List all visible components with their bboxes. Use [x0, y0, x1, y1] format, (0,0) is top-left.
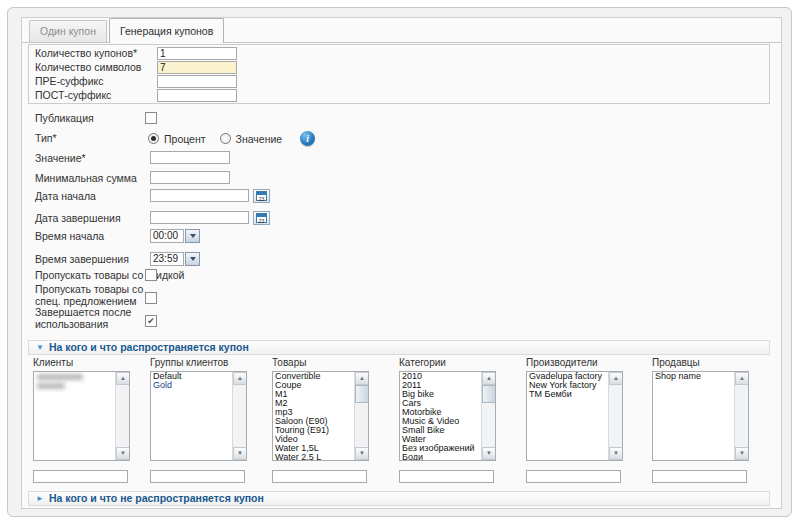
excludes-section-title: На кого и что не распространяется купон — [49, 492, 264, 504]
customer_groups-label: Группы клиентов — [150, 357, 228, 368]
skip_discount-checkbox[interactable] — [145, 269, 157, 281]
pre_suffix-input[interactable] — [157, 75, 237, 88]
list-item[interactable]: Shop name — [653, 372, 734, 381]
manufacturers-label: Производители — [526, 357, 598, 368]
char_count-input[interactable] — [157, 61, 237, 74]
scroll-up-icon[interactable]: ▲ — [355, 372, 369, 385]
manufacturers-scrollbar: ▲▼ — [608, 372, 622, 460]
end_date-calendar-button[interactable]: 23 — [253, 211, 270, 225]
end_time-value: 23:59 — [150, 252, 184, 266]
coupon-generator-page: Один купон Генерация купонов Количество … — [0, 0, 800, 525]
manufacturers-options: Gvadelupa factoryNew York factoryТМ Бемб… — [527, 372, 608, 460]
scroll-down-icon[interactable]: ▼ — [482, 447, 496, 460]
list-item[interactable]: Боди — [400, 453, 481, 460]
scrollbar-thumb[interactable] — [355, 385, 369, 403]
list-item-blurred[interactable] — [37, 374, 83, 380]
info-icon[interactable]: i — [300, 131, 315, 146]
list-item[interactable]: Gold — [151, 381, 232, 390]
generator-fieldset: Количество купонов*Количество символовПР… — [28, 44, 770, 104]
calendar-icon: 23 — [256, 191, 267, 201]
start_time-label: Время начала — [35, 231, 165, 243]
manufacturers-list[interactable]: Gvadelupa factoryNew York factoryТМ Бемб… — [526, 371, 623, 461]
products-list[interactable]: ConvertibleCoupeM1M2mp3Saloon (E90)Touri… — [272, 371, 369, 461]
dropdown-arrow-icon[interactable] — [185, 252, 200, 266]
scroll-down-icon[interactable]: ▼ — [735, 447, 749, 460]
dropdown-arrow-icon[interactable] — [185, 229, 200, 243]
scroll-down-icon[interactable]: ▼ — [355, 447, 369, 460]
categories-options: 20102011Big bikeCarsMotorbikeMusic & Vid… — [400, 372, 481, 460]
start_date-input[interactable] — [150, 189, 249, 202]
min_amount-label: Минимальная сумма — [35, 173, 165, 185]
pre_suffix-label: ПРЕ-суффикс — [35, 75, 104, 88]
calendar-icon: 23 — [256, 213, 267, 223]
customer_groups-scrollbar: ▲▼ — [232, 372, 246, 460]
scroll-up-icon[interactable]: ▲ — [735, 372, 749, 385]
customer_groups-list[interactable]: DefaultGold▲▼ — [150, 371, 247, 461]
manufacturers-filter-input[interactable] — [526, 470, 621, 483]
start_time-select[interactable]: 00:00 — [150, 229, 200, 243]
post_suffix-input[interactable] — [157, 89, 237, 102]
radio-label-Процент: Процент — [164, 133, 206, 145]
customer_groups-options: DefaultGold — [151, 372, 232, 460]
scrollbar-thumb[interactable] — [482, 385, 496, 403]
post_suffix-label: ПОСТ-суффикс — [35, 89, 111, 102]
tab-generate-coupons[interactable]: Генерация купонов — [109, 18, 224, 43]
end_date-input[interactable] — [150, 211, 249, 224]
scroll-up-icon[interactable]: ▲ — [116, 372, 130, 385]
collapse-arrow-icon: ▼ — [36, 343, 44, 352]
tab-single-coupon[interactable]: Один купон — [29, 20, 107, 42]
scroll-down-icon[interactable]: ▼ — [233, 447, 247, 460]
min_amount-input[interactable] — [150, 171, 230, 184]
scroll-down-icon[interactable]: ▼ — [609, 447, 623, 460]
customer_groups-filter-input[interactable] — [150, 470, 245, 483]
calendar-day: 23 — [257, 214, 266, 224]
publish-checkbox[interactable] — [145, 112, 157, 124]
vendors-label: Продавцы — [652, 357, 700, 368]
radio-Процент[interactable] — [148, 133, 159, 144]
categories-list[interactable]: 20102011Big bikeCarsMotorbikeMusic & Vid… — [399, 371, 496, 461]
clients-options — [34, 372, 115, 460]
clients-filter-input[interactable] — [33, 470, 128, 483]
products-label: Товары — [272, 357, 306, 368]
applies-section-header[interactable]: ▼На кого и что распространяется купон — [28, 340, 770, 355]
expire_after_use-checkbox[interactable] — [145, 315, 157, 327]
start_time-value: 00:00 — [150, 229, 184, 243]
vendors-list[interactable]: Shop name▲▼ — [652, 371, 749, 461]
categories-scrollbar: ▲▼ — [481, 372, 495, 460]
calendar-day: 23 — [257, 192, 266, 202]
expand-arrow-icon: ► — [36, 494, 44, 503]
categories-filter-input[interactable] — [399, 470, 494, 483]
list-item[interactable]: Water 2,5 L — [273, 453, 354, 460]
value-input[interactable] — [150, 151, 230, 164]
tab-strip: Один купон Генерация купонов — [29, 18, 226, 43]
value-label: Значение* — [35, 153, 165, 165]
scroll-up-icon[interactable]: ▲ — [609, 372, 623, 385]
scroll-up-icon[interactable]: ▲ — [482, 372, 496, 385]
start_date-calendar-button[interactable]: 23 — [253, 189, 270, 203]
excludes-section-header[interactable]: ►На кого и что не распространяется купон — [28, 491, 770, 506]
end_date-label: Дата завершения — [35, 213, 165, 225]
clients-scrollbar: ▲▼ — [115, 372, 129, 460]
end_time-select[interactable]: 23:59 — [150, 252, 200, 266]
applies-section-title: На кого и что распространяется купон — [49, 341, 249, 353]
vendors-filter-input[interactable] — [652, 470, 747, 483]
clients-label: Клиенты — [33, 357, 73, 368]
products-filter-input[interactable] — [272, 470, 367, 483]
scroll-up-icon[interactable]: ▲ — [233, 372, 247, 385]
coupon-form-panel: Один купон Генерация купонов Количество … — [21, 17, 782, 509]
list-item-blurred[interactable] — [37, 383, 65, 389]
clients-list[interactable]: ▲▼ — [33, 371, 130, 461]
products-scrollbar: ▲▼ — [354, 372, 368, 460]
categories-label: Категории — [399, 357, 446, 368]
scroll-down-icon[interactable]: ▼ — [116, 447, 130, 460]
type-radio-group: ПроцентЗначениеi — [148, 131, 315, 146]
radio-Значение[interactable] — [220, 133, 231, 144]
vendors-options: Shop name — [653, 372, 734, 460]
outer-frame: Один купон Генерация купонов Количество … — [7, 7, 792, 517]
products-options: ConvertibleCoupeM1M2mp3Saloon (E90)Touri… — [273, 372, 354, 460]
coupon_count-input[interactable] — [157, 47, 237, 60]
coupon_count-label: Количество купонов* — [35, 47, 137, 60]
list-item[interactable]: ТМ Бемби — [527, 390, 608, 399]
skip_special-checkbox[interactable] — [145, 292, 157, 304]
skip_discount-label: Пропускать товары со скидкой — [35, 270, 184, 282]
